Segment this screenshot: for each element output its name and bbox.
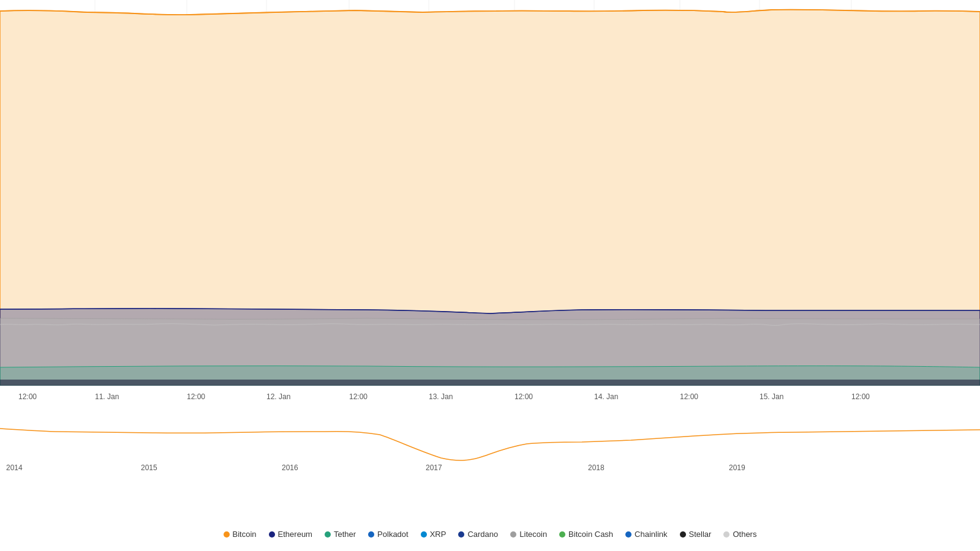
legend-label-stellar: Stellar xyxy=(689,530,712,539)
legend-label-polkadot: Polkadot xyxy=(377,530,409,539)
time-label-0: 12:00 xyxy=(18,392,37,401)
legend-item-bitcoin: Bitcoin xyxy=(224,530,257,539)
legend-label-litecoin: Litecoin xyxy=(519,530,547,539)
svg-text:2018: 2018 xyxy=(588,463,605,471)
time-label-7: 14. Jan xyxy=(594,392,618,401)
legend-item-tether: Tether xyxy=(325,530,356,539)
tether-dot xyxy=(325,531,331,538)
legend-label-bitcoincash: Bitcoin Cash xyxy=(568,530,613,539)
legend-label-ethereum: Ethereum xyxy=(278,530,312,539)
svg-text:2017: 2017 xyxy=(426,463,442,471)
legend-item-litecoin: Litecoin xyxy=(510,530,547,539)
legend-item-stellar: Stellar xyxy=(680,530,712,539)
legend-item-polkadot: Polkadot xyxy=(368,530,409,539)
legend-item-xrp: XRP xyxy=(421,530,447,539)
legend-item-chainlink: Chainlink xyxy=(625,530,667,539)
mini-chart: 2014 2015 2016 2017 2018 2019 xyxy=(0,416,980,471)
svg-text:2019: 2019 xyxy=(729,463,745,471)
time-label-4: 12:00 xyxy=(349,392,368,401)
legend-label-xrp: XRP xyxy=(430,530,447,539)
main-chart xyxy=(0,0,980,404)
chainlink-dot xyxy=(625,531,631,538)
time-label-3: 12. Jan xyxy=(266,392,290,401)
litecoin-dot xyxy=(510,531,516,538)
time-label-5: 13. Jan xyxy=(429,392,453,401)
legend-label-chainlink: Chainlink xyxy=(635,530,667,539)
svg-text:2015: 2015 xyxy=(141,463,157,471)
chart-container: 12:00 11. Jan 12:00 12. Jan 12:00 13. Ja… xyxy=(0,0,980,551)
legend-label-cardano: Cardano xyxy=(467,530,498,539)
others-dot xyxy=(723,531,729,538)
time-label-6: 12:00 xyxy=(514,392,533,401)
time-axis: 12:00 11. Jan 12:00 12. Jan 12:00 13. Ja… xyxy=(0,386,980,407)
time-label-8: 12:00 xyxy=(680,392,698,401)
svg-text:2016: 2016 xyxy=(282,463,298,471)
legend-label-tether: Tether xyxy=(334,530,356,539)
legend-label-bitcoin: Bitcoin xyxy=(233,530,257,539)
legend-item-ethereum: Ethereum xyxy=(269,530,312,539)
legend-item-cardano: Cardano xyxy=(458,530,498,539)
polkadot-dot xyxy=(368,531,374,538)
time-label-9: 15. Jan xyxy=(760,392,783,401)
legend-item-bitcoincash: Bitcoin Cash xyxy=(559,530,613,539)
legend-item-others: Others xyxy=(723,530,756,539)
legend-label-others: Others xyxy=(733,530,756,539)
xrp-dot xyxy=(421,531,427,538)
bitcoincash-dot xyxy=(559,531,565,538)
time-label-2: 12:00 xyxy=(187,392,205,401)
ethereum-dot xyxy=(269,531,275,538)
cardano-dot xyxy=(458,531,464,538)
legend: Bitcoin Ethereum Tether Polkadot XRP Car… xyxy=(0,517,980,551)
time-label-1: 11. Jan xyxy=(95,392,119,401)
stellar-dot xyxy=(680,531,686,538)
time-label-10: 12:00 xyxy=(851,392,870,401)
svg-text:2014: 2014 xyxy=(6,463,23,471)
bitcoin-dot xyxy=(224,531,230,538)
